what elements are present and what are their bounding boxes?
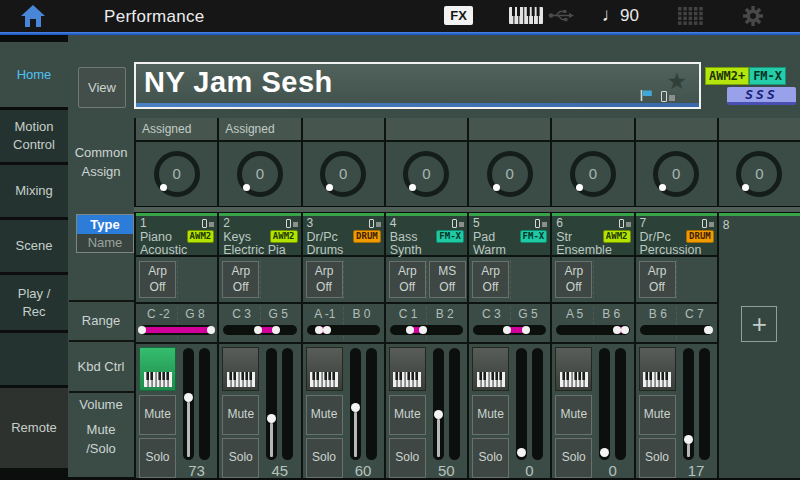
part-name: Electric Pia [223,243,297,257]
sidebar-item-mixing[interactable]: Mixing [0,165,68,217]
assign-knob[interactable]: 0 [736,151,782,197]
solo-button[interactable]: Solo [306,438,343,478]
kbd-ctrl-button[interactable] [222,347,259,391]
volume-fader[interactable] [183,348,194,460]
kbd-ctrl-button[interactable] [139,347,176,391]
part-header[interactable]: 6 Str AWM2 Ensemble [552,213,633,255]
assign-knob[interactable]: 0 [320,151,366,197]
range-high-handle[interactable] [272,326,280,334]
solo-button[interactable]: Solo [389,438,426,478]
assign-knob[interactable]: 0 [154,151,200,197]
performance-name-box[interactable]: NY Jam Sesh ★ [134,62,701,109]
volume-fader[interactable] [683,348,694,460]
range-slider[interactable] [390,325,463,335]
mute-button[interactable]: Mute [639,395,676,435]
type-tab[interactable]: Type [77,215,133,234]
range-slider[interactable] [473,325,546,335]
sidebar-item-remote[interactable]: Remote [0,388,68,468]
range-slider[interactable] [640,325,713,335]
range-low-handle[interactable] [315,326,323,334]
assign-knob[interactable]: 0 [570,151,616,197]
pad-grid-icon[interactable] [678,7,703,25]
kbd-ctrl-button[interactable] [555,347,592,391]
range-slider[interactable] [223,325,296,335]
arp-onoff-button[interactable]: Arp Off [555,261,592,298]
part-header[interactable]: 3 Dr/Pc DRUM Drums [303,213,384,255]
range-high-handle[interactable] [621,326,629,334]
range-high-handle[interactable] [705,326,713,334]
part-header[interactable]: 1 Piano AWM2 Acoustic [136,213,217,255]
fader-handle[interactable] [184,393,193,402]
part-header[interactable]: 7 Dr/Pc DRUM Percussion [636,213,717,255]
arp-onoff-button[interactable]: Arp Off [306,261,343,298]
arp-onoff-button[interactable]: Arp Off [639,261,676,298]
fx-badge-icon[interactable]: FX [444,6,473,25]
range-low-handle[interactable] [254,326,262,334]
range-low-handle[interactable] [613,326,621,334]
assign-knob-cell: 0 [469,118,550,206]
utility-gear-icon[interactable] [743,6,763,26]
sidebar-item-motion-control[interactable]: Motion Control [0,110,68,162]
volume-fader[interactable] [516,348,527,460]
tempo-value[interactable]: 90 [620,6,639,26]
mute-button[interactable]: Mute [306,395,343,435]
arp-onoff-button[interactable]: Arp Off [389,261,426,298]
arp-onoff-button[interactable]: Arp Off [222,261,259,298]
solo-button[interactable]: Solo [139,438,176,478]
mute-button[interactable]: Mute [555,395,592,435]
mute-button[interactable]: Mute [139,395,176,435]
range-slider[interactable] [307,325,380,335]
fader-handle[interactable] [600,448,609,457]
volume-fader[interactable] [433,348,444,460]
volume-fader[interactable] [350,348,361,460]
tempo-note-icon[interactable]: ♩ [602,4,621,26]
solo-button[interactable]: Solo [639,438,676,478]
part-header[interactable]: 4 Bass FM-X Synth [386,213,467,255]
motion-seq-onoff-button[interactable]: MS Off [429,261,466,298]
part-header[interactable]: 5 Pad FM-X Warm [469,213,550,255]
assign-knob[interactable]: 0 [487,151,533,197]
volume-fader[interactable] [599,348,610,460]
mute-button[interactable]: Mute [472,395,509,435]
range-high-handle[interactable] [522,326,530,334]
solo-button[interactable]: Solo [472,438,509,478]
range-high-handle[interactable] [419,326,427,334]
assign-knob[interactable]: 0 [237,151,283,197]
part-name: Acoustic [140,243,214,257]
fader-handle[interactable] [434,410,443,419]
fader-handle[interactable] [517,448,526,457]
range-high-handle[interactable] [323,326,331,334]
fader-handle[interactable] [267,414,276,423]
view-button[interactable]: View [78,67,126,108]
kbd-ctrl-button[interactable] [306,347,343,391]
sidebar-item-scene[interactable]: Scene [0,220,68,272]
mute-button[interactable]: Mute [222,395,259,435]
cell-divider [426,260,427,299]
kbd-ctrl-button[interactable] [389,347,426,391]
assign-knob[interactable]: 0 [403,151,449,197]
level-meter [532,348,543,460]
keyboard-icon[interactable] [509,7,543,24]
range-slider[interactable] [140,325,213,335]
arp-onoff-button[interactable]: Arp Off [139,261,176,298]
solo-button[interactable]: Solo [555,438,592,478]
solo-button[interactable]: Solo [222,438,259,478]
name-tab[interactable]: Name [77,234,133,252]
fader-handle[interactable] [684,435,693,444]
arp-onoff-button[interactable]: Arp Off [472,261,509,298]
kbd-ctrl-button[interactable] [639,347,676,391]
kbd-ctrl-button[interactable] [472,347,509,391]
home-icon[interactable] [20,4,46,28]
volume-fader[interactable] [266,348,277,460]
part-header[interactable]: 2 Keys AWM2 Electric Pia [219,213,300,255]
range-slider[interactable] [556,325,629,335]
sidebar-item-play-rec[interactable]: Play / Rec [0,275,68,330]
knob-indicator-dot [742,184,749,191]
range-high-handle[interactable] [207,326,215,334]
range-high-note: G 5 [510,307,547,321]
assign-knob[interactable]: 0 [653,151,699,197]
add-part-button[interactable]: + [741,306,777,342]
mute-button[interactable]: Mute [389,395,426,435]
sidebar-item-home[interactable]: Home [0,42,68,107]
fader-handle[interactable] [351,403,360,412]
